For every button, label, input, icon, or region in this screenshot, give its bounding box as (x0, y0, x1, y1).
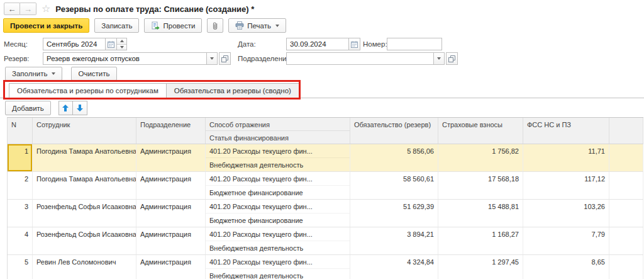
cell-department[interactable]: Администрация (136, 227, 206, 254)
cell-method-financing[interactable]: 401.20 Расходы текущего фин...Бюджетное … (206, 172, 350, 199)
department-field (286, 52, 458, 65)
cell-department[interactable]: Администрация (136, 200, 206, 227)
cell-financing[interactable]: Бюджетное финансирование (206, 214, 350, 227)
cell-department[interactable]: Администрация (136, 144, 206, 171)
cell-method[interactable]: 401.20 Расходы текущего фин... (206, 144, 350, 158)
post-and-close-button[interactable]: Провести и закрыть (3, 18, 89, 33)
forward-icon: → (24, 4, 32, 14)
date-calendar-button[interactable] (349, 38, 360, 50)
cell-fss[interactable]: 8,65 (523, 255, 609, 279)
column-header-employee: Сотрудник (33, 118, 136, 144)
cell-employee[interactable]: Ревин Лев Соломонович (33, 255, 136, 279)
cell-insurance[interactable]: 1 168,27 (438, 227, 523, 254)
post-button[interactable]: Провести (144, 18, 202, 33)
clear-button[interactable]: Очистить (71, 67, 116, 81)
cell-insurance[interactable]: 1 297,45 (438, 255, 523, 279)
cell-department[interactable]: Администрация (136, 255, 206, 279)
table-row[interactable]: 2Погодина Тамара АнатольевнаАдминистраци… (8, 172, 643, 200)
paperclip-icon (211, 21, 219, 30)
table-row[interactable]: 5Ревин Лев СоломоновичАдминистрация401.2… (8, 255, 643, 279)
date-input[interactable]: 30.09.2024 (286, 38, 349, 50)
reserve-field: Резерв ежегодных отпусков (43, 52, 231, 65)
cell-n[interactable]: 5 (8, 255, 33, 279)
table-row[interactable]: 1Погодина Тамара АнатольевнаАдминистраци… (8, 144, 643, 172)
cell-method-financing[interactable]: 401.20 Расходы текущего фин...Внебюджетн… (206, 255, 350, 279)
cell-fss[interactable]: 103,26 (523, 200, 609, 227)
tab-obligations-by-employee[interactable]: Обязательства и резервы по сотрудникам (9, 83, 167, 98)
cell-liability[interactable]: 51 629,39 (350, 200, 438, 227)
cell-insurance[interactable]: 1 756,82 (438, 144, 523, 171)
cell-liability[interactable]: 4 324,84 (350, 255, 438, 279)
move-down-button[interactable] (73, 101, 87, 115)
cell-n[interactable]: 4 (8, 227, 33, 254)
month-calendar-button[interactable] (106, 38, 117, 50)
cell-department[interactable]: Администрация (136, 172, 206, 199)
add-row-label: Добавить (12, 105, 44, 112)
reserve-dropdown-button[interactable] (207, 52, 218, 65)
cell-n[interactable]: 2 (8, 172, 33, 199)
print-button[interactable]: Печать (228, 18, 286, 33)
month-step-down-button[interactable] (117, 44, 126, 50)
cell-employee[interactable]: Розенфельд Софья Исааковна (33, 227, 136, 254)
cell-n[interactable]: 3 (8, 200, 33, 227)
cell-financing[interactable]: Внебюджетная деятельность (206, 158, 350, 171)
month-input[interactable]: Сентябрь 2024 (43, 38, 106, 50)
cell-liability[interactable]: 58 560,61 (350, 172, 438, 199)
toolbar: Провести и закрыть Записать Провести (3, 18, 286, 33)
cell-extra[interactable] (609, 200, 643, 227)
cell-financing[interactable]: Внебюджетная деятельность (206, 241, 350, 254)
cell-extra[interactable] (609, 144, 643, 171)
cell-insurance[interactable]: 17 568,18 (438, 172, 523, 199)
table-row[interactable]: 3Розенфельд Софья ИсааковнаАдминистрация… (8, 200, 643, 227)
add-row-button[interactable]: Добавить (5, 101, 51, 115)
cell-method-financing[interactable]: 401.20 Расходы текущего фин...Внебюджетн… (206, 144, 350, 171)
calendar-icon (351, 41, 358, 48)
number-input[interactable] (387, 38, 442, 50)
cell-fss[interactable]: 7,79 (523, 227, 609, 254)
reserve-input[interactable]: Резерв ежегодных отпусков (43, 52, 207, 65)
cell-liability[interactable]: 5 856,06 (350, 144, 438, 171)
back-button[interactable]: ← (4, 3, 20, 15)
cell-method-financing[interactable]: 401.20 Расходы текущего фин...Внебюджетн… (206, 227, 350, 254)
cell-liability[interactable]: 3 894,21 (350, 227, 438, 254)
cell-financing[interactable]: Бюджетное финансирование (206, 186, 350, 199)
move-up-button[interactable] (58, 101, 73, 115)
column-header-department: Подразделение (136, 118, 206, 144)
fill-button[interactable]: Заполнить (5, 67, 62, 81)
nav-buttons: ← → (4, 3, 36, 15)
cell-financing[interactable]: Внебюджетная деятельность (206, 269, 350, 279)
save-label: Записать (101, 22, 132, 30)
post-icon (151, 21, 160, 30)
open-icon (448, 55, 455, 62)
dropdown-caret-icon (437, 57, 441, 60)
cell-method[interactable]: 401.20 Расходы текущего фин... (206, 200, 350, 214)
department-open-button[interactable] (446, 52, 458, 65)
department-input[interactable] (286, 52, 434, 65)
table-toolbar: Добавить (5, 101, 87, 115)
attachments-button[interactable] (207, 18, 223, 33)
cell-fss[interactable]: 117,12 (523, 172, 609, 199)
cell-method-financing[interactable]: 401.20 Расходы текущего фин...Бюджетное … (206, 200, 350, 227)
cell-employee[interactable]: Погодина Тамара Анатольевна (33, 144, 136, 171)
tab-obligations-summary[interactable]: Обязательства и резервы (сводно) (167, 83, 299, 98)
column-header-insurance: Страховые взносы (438, 118, 523, 144)
cell-fss[interactable]: 11,71 (523, 144, 609, 171)
month-label: Месяц: (4, 38, 28, 50)
cell-method[interactable]: 401.20 Расходы текущего фин... (206, 172, 350, 186)
cell-method[interactable]: 401.20 Расходы текущего фин... (206, 255, 350, 269)
cell-method[interactable]: 401.20 Расходы текущего фин... (206, 227, 350, 241)
favorite-star-icon[interactable]: ☆ (42, 4, 50, 14)
cell-extra[interactable] (609, 227, 643, 254)
cell-extra[interactable] (609, 255, 643, 279)
reserve-open-button[interactable] (219, 52, 231, 65)
cell-employee[interactable]: Погодина Тамара Анатольевна (33, 172, 136, 199)
cell-employee[interactable]: Розенфельд Софья Исааковна (33, 200, 136, 227)
forward-button[interactable]: → (20, 3, 36, 15)
month-step-up-button[interactable] (117, 38, 126, 44)
cell-n-selected[interactable]: 1 (8, 144, 33, 171)
cell-extra[interactable] (609, 172, 643, 199)
table-row[interactable]: 4Розенфельд Софья ИсааковнаАдминистрация… (8, 227, 643, 255)
cell-insurance[interactable]: 15 488,81 (438, 200, 523, 227)
save-button[interactable]: Записать (94, 18, 139, 33)
department-dropdown-button[interactable] (434, 52, 445, 65)
